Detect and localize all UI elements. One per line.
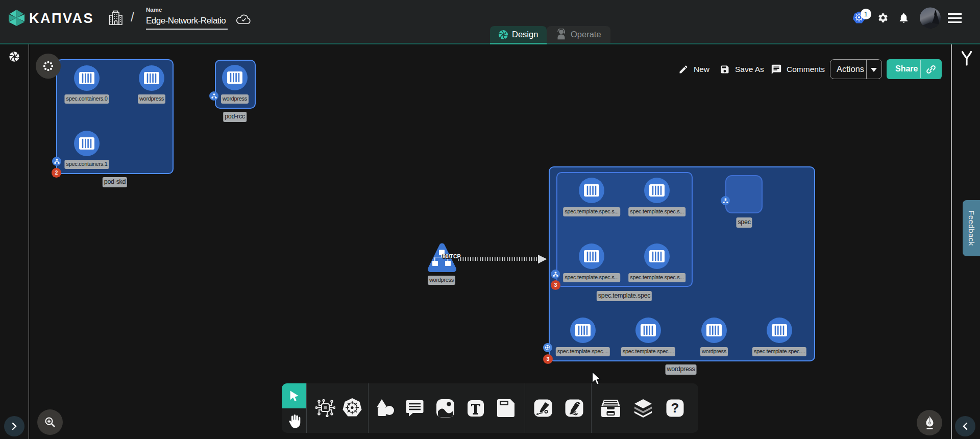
svg-text:80/TCP: 80/TCP [443,253,461,259]
svg-text:?: ? [671,400,679,416]
